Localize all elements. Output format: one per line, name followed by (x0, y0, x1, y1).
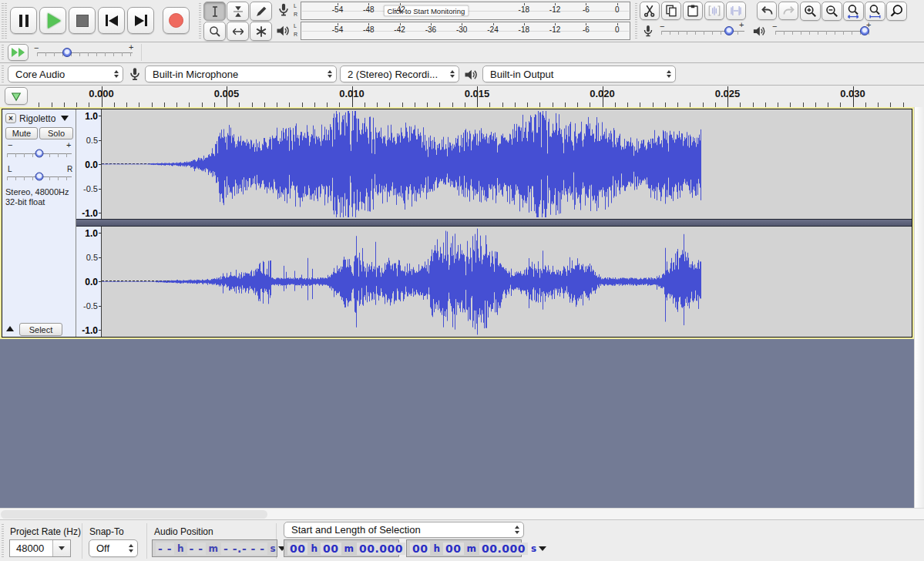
play-speed-thumb[interactable] (62, 48, 72, 57)
timeline-time-label: 0.010 (339, 88, 365, 99)
waveform-left-channel[interactable] (102, 109, 701, 219)
timeline-time-label: 0.020 (590, 88, 615, 99)
fit-selection-button[interactable] (843, 2, 864, 21)
recording-meter[interactable]: Click to Start Monitoring -54-48-42-18-1… (301, 2, 630, 20)
output-device-speaker-icon (462, 67, 480, 82)
track-title[interactable]: Rigoletto (19, 113, 55, 124)
play-at-speed-button[interactable] (8, 44, 29, 61)
fit-project-button[interactable] (865, 2, 885, 21)
play-button[interactable] (39, 7, 66, 34)
copy-button[interactable] (661, 2, 681, 20)
pan-thumb[interactable] (35, 173, 44, 181)
play-at-speed-grip[interactable] (2, 45, 4, 60)
recording-volume-plus: + (739, 20, 744, 29)
solo-button[interactable]: Solo (39, 127, 73, 139)
track-close-button[interactable]: × (5, 113, 16, 123)
mute-button[interactable]: Mute (5, 127, 38, 139)
tools-grip[interactable] (199, 3, 201, 39)
input-channels-select[interactable]: 2 (Stereo) Recordi... (340, 66, 459, 82)
audacity-window: LR Click to Start Monitoring -54-48-42-1… (0, 0, 924, 561)
recording-volume-thumb[interactable] (724, 26, 734, 35)
edit-toolbar-grip[interactable] (635, 3, 637, 39)
paste-button[interactable] (683, 2, 703, 20)
device-toolbar-grip[interactable] (2, 66, 4, 82)
asterisk-icon (254, 25, 268, 39)
selection-mode-select[interactable]: Start and Length of Selection (284, 522, 524, 538)
fit-selection-icon (846, 4, 861, 18)
clipboard-icon (686, 4, 700, 18)
play-meter-speaker-icon[interactable] (274, 23, 291, 39)
snap-to-select[interactable]: Off (89, 539, 138, 557)
zoom-in-button[interactable] (800, 2, 821, 21)
selection-toolbar-grip[interactable] (2, 524, 4, 558)
undo-button[interactable] (757, 2, 777, 20)
waveform-right-channel[interactable] (102, 227, 701, 337)
redo-button[interactable] (778, 2, 798, 20)
record-meter-channel-labels: LR (294, 3, 297, 17)
collapse-track-icon[interactable] (6, 326, 14, 331)
gain-slider[interactable] (7, 148, 72, 159)
multi-tool-button[interactable] (250, 22, 272, 41)
audio-host-select[interactable]: Core Audio (8, 66, 123, 82)
select-arrows-icon (129, 544, 133, 553)
record-button[interactable] (163, 7, 190, 34)
timeshift-tool-button[interactable] (227, 22, 249, 41)
meter-db-label: -54 (332, 25, 343, 34)
trim-audio-button[interactable] (704, 2, 724, 20)
timeline-time-label: 0.000 (89, 88, 114, 99)
empty-track-area[interactable] (0, 339, 914, 508)
horizontal-scrollbar-thumb[interactable] (1, 510, 267, 519)
track-format-line2: 32-bit float (5, 197, 45, 207)
select-arrows-icon (450, 70, 455, 79)
audio-position-field[interactable]: - -h - -m - -.- - -s (152, 539, 277, 557)
toolbar-grip[interactable] (5, 3, 7, 39)
time-field-arrow-icon[interactable] (539, 546, 546, 551)
skip-to-start-button[interactable] (98, 7, 125, 34)
selection-start-field[interactable]: 00h 00m 00.000s (284, 539, 399, 557)
track-menu-arrow-icon[interactable] (61, 116, 69, 121)
pause-button[interactable] (10, 7, 37, 34)
skip-to-end-button[interactable] (127, 7, 154, 34)
amp-scale-right-channel: 1.00.50.0-0.5-1.0 (76, 227, 102, 337)
toolbar-grip[interactable] (2, 3, 4, 39)
silence-audio-button[interactable] (726, 2, 746, 20)
track-select-button[interactable]: Select (19, 323, 62, 336)
playback-volume-slider[interactable] (775, 25, 869, 37)
skip-to-end-icon (135, 15, 147, 26)
channel-divider[interactable] (76, 219, 912, 227)
input-device-select[interactable]: Built-in Microphone (145, 66, 337, 82)
draw-tool-button[interactable] (250, 2, 272, 21)
meter-db-label: -12 (549, 25, 560, 34)
stop-button[interactable] (69, 7, 96, 34)
output-device-select[interactable]: Built-in Output (482, 66, 676, 82)
zoom-out-button[interactable] (822, 2, 842, 21)
envelope-icon (231, 5, 245, 18)
recording-volume-slider[interactable] (661, 25, 744, 37)
timeline-ruler[interactable]: 0.0000.0050.0100.0150.0200.0250.030 (0, 86, 924, 109)
playback-meter[interactable]: -54-48-42-36-30-24-18-12-60 (301, 22, 630, 40)
selection-tool-button[interactable] (203, 2, 226, 21)
toolbar-divider (141, 44, 142, 61)
amp-ruler-label: 0.5 (86, 136, 98, 145)
play-speed-slider[interactable] (37, 45, 133, 59)
meter-db-label: -6 (583, 5, 590, 14)
vertical-scrollbar[interactable] (914, 107, 924, 508)
meter-db-label: -6 (583, 25, 590, 34)
selection-length-field[interactable]: 00h 00m 00.000s (406, 539, 522, 557)
horizontal-scrollbar[interactable] (0, 508, 924, 519)
cut-button[interactable] (640, 2, 660, 20)
record-icon (169, 13, 183, 28)
record-meter-mic-icon[interactable] (276, 2, 291, 18)
gain-thumb[interactable] (35, 149, 44, 158)
pan-slider[interactable] (7, 171, 72, 182)
meter-db-label: -18 (519, 25, 529, 34)
envelope-tool-button[interactable] (227, 2, 249, 21)
select-arrows-icon (667, 70, 671, 79)
zoom-tool-button[interactable] (203, 22, 226, 41)
zoom-toggle-button[interactable] (886, 2, 907, 21)
project-rate-select[interactable]: 48000 (9, 539, 71, 557)
track-control-panel[interactable]: × Rigoletto Mute Solo − + L R Stereo, 48… (2, 109, 76, 337)
snap-to-label: Snap-To (89, 526, 124, 537)
amp-ruler-label: -1.0 (82, 208, 98, 219)
timeline-options-button[interactable] (5, 87, 28, 105)
